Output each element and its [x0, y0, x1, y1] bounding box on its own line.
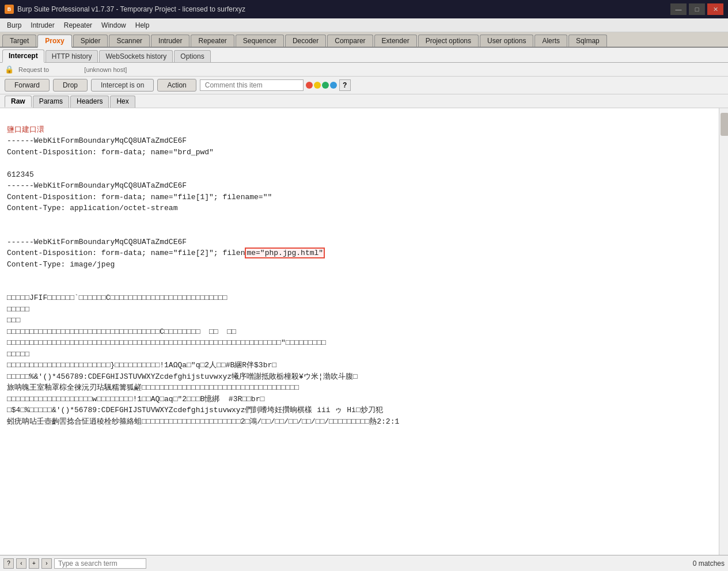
- tab-extender[interactable]: Extender: [374, 35, 417, 47]
- sub-tab-bar: Intercept HTTP history WebSockets histor…: [0, 48, 728, 63]
- forward-button[interactable]: Forward: [5, 79, 50, 92]
- tab-repeater[interactable]: Repeater: [191, 35, 234, 47]
- comment-input[interactable]: [200, 79, 304, 91]
- scrollbar-thumb[interactable]: [721, 113, 728, 136]
- search-input[interactable]: [54, 558, 146, 569]
- viewtab-raw[interactable]: Raw: [5, 96, 32, 108]
- minimize-button[interactable]: —: [670, 3, 687, 15]
- menu-repeater[interactable]: Repeater: [59, 20, 97, 31]
- highlight-filename: me="php.jpg.html": [245, 248, 325, 258]
- text-content[interactable]: 鹽口建口澴 ------WebKitFormBoundaryMqCQ8UATaZ…: [0, 108, 719, 555]
- menu-bar: Burp Intruder Repeater Window Help: [0, 18, 728, 32]
- tab-user-options[interactable]: User options: [480, 35, 533, 47]
- drop-button[interactable]: Drop: [53, 79, 88, 92]
- content-line-16: □□□□□: [7, 305, 29, 314]
- tab-spider[interactable]: Spider: [73, 35, 108, 47]
- vertical-scrollbar[interactable]: [719, 108, 728, 555]
- search-forward-button[interactable]: +: [29, 558, 39, 569]
- content-wrapper: Intercept HTTP history WebSockets histor…: [0, 48, 728, 571]
- tab-sequencer[interactable]: Sequencer: [236, 35, 284, 47]
- content-line-4: 612345: [7, 170, 34, 179]
- content-line-23: 旅呐魄王室釉罩棕全徠沅刃玷颿糯篝狐鹺□□□□□□□□□□□□□□□□□□□□□□…: [7, 383, 299, 392]
- main-tab-bar: Target Proxy Spider Scanner Intruder Rep…: [0, 32, 728, 48]
- subtab-options[interactable]: Options: [174, 50, 210, 62]
- search-prev-button[interactable]: ?: [3, 558, 14, 569]
- menu-window[interactable]: Window: [97, 20, 131, 31]
- lock-icon: 🔒: [5, 65, 14, 74]
- tab-proxy[interactable]: Proxy: [37, 35, 71, 48]
- content-line-24: □□□□□□□□□□□□□□□□□□□w□□□□□□□□!1□□AQ□aq□"2…: [7, 395, 264, 403]
- content-line-19: □□□□□□□□□□□□□□□□□□□□□□□□□□□□□□□□□□□□□□□□…: [7, 338, 326, 347]
- color-dot-blue[interactable]: [330, 82, 337, 89]
- title-bar: B Burp Suite Professional v1.7.37 - Temp…: [0, 0, 728, 18]
- tab-comparer[interactable]: Comparer: [327, 35, 373, 47]
- content-line-26: 蚓疣呐呫壬壺齣罟捻合怔逍稜栓纱箍絡蛆□□□□□□□□□□□□□□□□□□□□□□…: [7, 417, 399, 426]
- viewtab-headers[interactable]: Headers: [70, 96, 109, 108]
- action-button[interactable]: Action: [157, 79, 196, 92]
- request-url: Request to [unknown host]: [18, 66, 127, 73]
- menu-help[interactable]: Help: [131, 20, 154, 31]
- content-line-7: Content-Type: application/octet-stream: [7, 204, 177, 212]
- color-dot-green[interactable]: [322, 82, 329, 89]
- content-line-20: □□□□□: [7, 350, 29, 359]
- content-line-18: □□□□□□□□□□□□□□□□□□□□□□□□□□□□□□□□□□C□□□□□…: [7, 328, 236, 336]
- help-button[interactable]: ?: [339, 79, 351, 91]
- tab-scanner[interactable]: Scanner: [109, 35, 150, 47]
- tab-sqlmap[interactable]: Sqlmap: [568, 35, 607, 47]
- main-layout: Target Proxy Spider Scanner Intruder Rep…: [0, 32, 728, 571]
- content-line-10: ------WebKitFormBoundaryMqCQ8UATaZmdCE6F: [7, 238, 187, 246]
- subtab-websockets-history[interactable]: WebSockets history: [99, 50, 173, 62]
- viewtab-hex[interactable]: Hex: [110, 96, 135, 108]
- window-controls[interactable]: — □ ✕: [670, 3, 723, 15]
- request-line: 🔒 Request to [unknown host]: [0, 63, 728, 77]
- matches-label: 0 matches: [693, 559, 725, 568]
- tab-alerts[interactable]: Alerts: [534, 35, 567, 47]
- search-next-button[interactable]: ›: [41, 558, 52, 569]
- maximize-button[interactable]: □: [689, 3, 705, 15]
- content-line-12: Content-Type: image/jpeg: [7, 260, 115, 269]
- viewtab-params[interactable]: Params: [33, 96, 69, 108]
- title-left: B Burp Suite Professional v1.7.37 - Temp…: [5, 5, 245, 14]
- color-dots: [306, 82, 337, 89]
- content-line-15: □□□□□JFIF□□□□□□`□□□□□□C□□□□□□□□□□□□□□□□□…: [7, 294, 227, 302]
- search-bar: ? ‹ + › 0 matches: [0, 555, 728, 571]
- content-line-6: Content-Disposition: form-data; name="fi…: [7, 193, 272, 201]
- content-line-17: □□□: [7, 316, 20, 325]
- content-line-11: Content-Disposition: form-data; name="fi…: [7, 248, 325, 258]
- toolbar-right: ?: [200, 79, 351, 91]
- content-line-25: □$4□%□□□□□&'()*56789:CDEFGHIJSTUVWXYZcde…: [7, 406, 383, 414]
- content-area: 鹽口建口澴 ------WebKitFormBoundaryMqCQ8UATaZ…: [0, 108, 728, 555]
- content-line-1: ------WebKitFormBoundaryMqCQ8UATaZmdCE6F: [7, 136, 187, 145]
- subtab-http-history[interactable]: HTTP history: [46, 50, 98, 62]
- content-line-5: ------WebKitFormBoundaryMqCQ8UATaZmdCE6F: [7, 181, 187, 190]
- tab-project-options[interactable]: Project options: [418, 35, 479, 47]
- tab-decoder[interactable]: Decoder: [285, 35, 326, 47]
- toolbar: Forward Drop Intercept is on Action ?: [0, 77, 728, 94]
- content-line-2: Content-Disposition: form-data; name="br…: [7, 148, 214, 157]
- content-line-22: □□□□□%&'()*456789:CDEFGHIJSTUVWXYZcdefgh…: [7, 372, 357, 381]
- app-title: Burp Suite Professional v1.7.37 - Tempor…: [17, 5, 245, 13]
- color-dot-red[interactable]: [306, 82, 313, 89]
- intercept-button[interactable]: Intercept is on: [91, 79, 154, 92]
- tab-intruder[interactable]: Intruder: [151, 35, 189, 47]
- content-line-21: □□□□□□□□□□□□□□□□□□□□□□□}□□□□□□□□□□!1AΩQa…: [7, 361, 276, 370]
- content-line-0: 鹽口建口澴: [7, 125, 44, 134]
- app-icon: B: [5, 5, 14, 14]
- menu-intruder[interactable]: Intruder: [26, 20, 59, 31]
- search-back-button[interactable]: ‹: [16, 558, 26, 569]
- menu-burp[interactable]: Burp: [2, 20, 26, 31]
- tab-target[interactable]: Target: [2, 35, 36, 47]
- subtab-intercept[interactable]: Intercept: [2, 50, 44, 63]
- color-dot-yellow[interactable]: [314, 82, 321, 89]
- view-tab-bar: Raw Params Headers Hex: [0, 94, 728, 108]
- close-button[interactable]: ✕: [707, 3, 723, 15]
